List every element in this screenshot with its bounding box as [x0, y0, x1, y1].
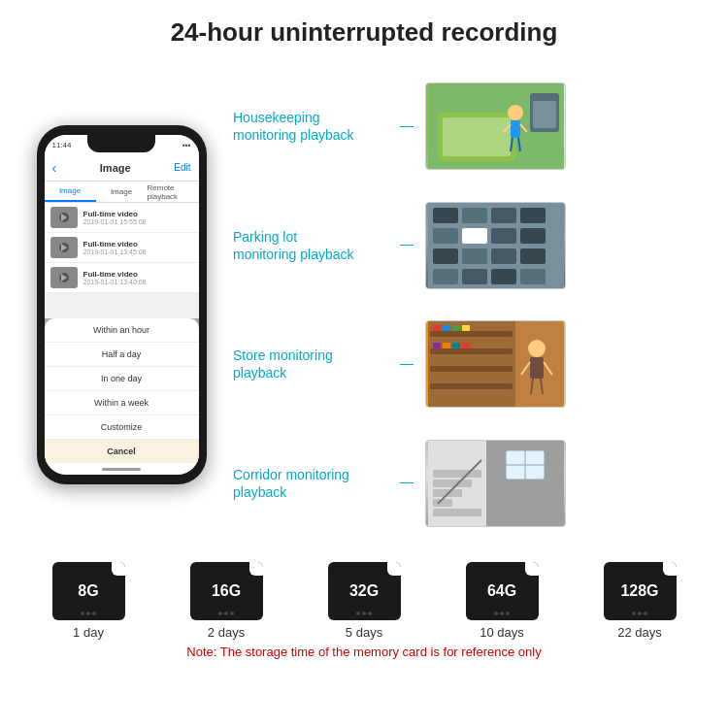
svg-rect-21 [462, 248, 487, 264]
svg-rect-18 [491, 228, 516, 244]
right-section: Housekeepingmonitoring playback [233, 57, 709, 552]
page-title: 24-hour uninterrupted recording [0, 17, 728, 48]
video-item-2[interactable]: Full-time video 2019-01-01 13:45:08 [45, 233, 199, 263]
video-name-1: Full-time video [83, 210, 147, 218]
housekeeping-arrow [565, 120, 566, 132]
sd-dots-128g [632, 612, 647, 615]
video-date-1: 2019-01-01 15:55:08 [83, 218, 147, 225]
video-name-3: Full-time video [83, 270, 147, 279]
dropdown-item-4[interactable]: Within a week [45, 391, 199, 415]
sd-card-64g: 64G [466, 562, 539, 620]
connector-line-2 [400, 245, 414, 246]
sd-notch-64g [525, 562, 539, 576]
connector-line-3 [400, 364, 414, 365]
sd-label-64g: 64G [487, 582, 516, 600]
sd-label-32g: 32G [349, 582, 379, 600]
svg-rect-12 [433, 208, 458, 223]
video-thumb-2 [50, 237, 78, 258]
svg-rect-55 [433, 509, 481, 516]
corridor-arrow [565, 478, 566, 489]
phone-tabs: Image Image Remote playback [45, 182, 199, 203]
svg-rect-23 [520, 248, 546, 264]
memory-card-8g: 8G 1 day [52, 562, 125, 640]
housekeeping-photo-inner [426, 83, 565, 169]
sd-notch-128g [663, 562, 677, 576]
dropdown-item-3[interactable]: In one day [45, 367, 199, 391]
svg-rect-14 [491, 208, 516, 223]
page-header: 24-hour uninterrupted recording [0, 0, 728, 57]
dropdown-item-1[interactable]: Within an hour [45, 318, 199, 343]
dropdown-cancel-button[interactable]: Cancel [45, 440, 199, 463]
parking-photo-inner [426, 203, 565, 288]
svg-point-42 [528, 340, 546, 357]
video-date-2: 2019-01-01 13:45:08 [83, 248, 147, 255]
svg-rect-20 [433, 248, 458, 264]
video-thumb-3 [50, 267, 78, 288]
parking-label: Parking lotmonitoring playback [233, 228, 388, 263]
store-arrow [565, 358, 566, 370]
housekeeping-label: Housekeepingmonitoring playback [233, 109, 388, 144]
svg-rect-4 [511, 120, 520, 138]
sd-notch-8g [112, 562, 125, 576]
dropdown-item-2[interactable]: Half a day [45, 343, 199, 367]
card-days-128g: 22 days [617, 625, 662, 640]
phone-nav-title: Image [100, 162, 131, 174]
svg-rect-2 [443, 117, 511, 156]
svg-rect-25 [462, 269, 487, 284]
svg-rect-51 [433, 470, 481, 478]
card-days-64g: 10 days [480, 625, 524, 640]
video-list: Full-time video 2019-01-01 15:55:08 Full… [45, 203, 199, 293]
monitoring-item-housekeeping: Housekeepingmonitoring playback [233, 83, 709, 170]
sd-card-16g: 16G [190, 562, 263, 620]
svg-rect-38 [433, 343, 441, 348]
phone-mockup: 11:44 ▪▪▪ ‹ Image Edit Image Image Remot… [19, 57, 223, 552]
store-photo-inner [426, 321, 565, 407]
tab-image2[interactable]: Image [96, 182, 148, 202]
parking-arrow [565, 240, 566, 251]
phone-screen: 11:44 ▪▪▪ ‹ Image Edit Image Image Remot… [45, 135, 199, 475]
sd-label-128g: 128G [620, 582, 658, 600]
connector-line-4 [400, 482, 414, 483]
video-item-3[interactable]: Full-time video 2019-01-01 13:40:08 [45, 263, 199, 293]
note-text: Note: The storage time of the memory car… [19, 645, 709, 659]
phone-nav-bar: ‹ Image Edit [45, 154, 199, 182]
svg-rect-41 [462, 343, 470, 348]
svg-rect-16 [433, 228, 458, 244]
svg-rect-27 [520, 269, 546, 284]
svg-rect-19 [520, 228, 546, 244]
svg-rect-39 [443, 343, 450, 348]
svg-rect-36 [452, 325, 460, 331]
video-item-1[interactable]: Full-time video 2019-01-01 15:55:08 [45, 203, 199, 233]
bottom-section: 8G 1 day 16G 2 days 32G [0, 552, 728, 664]
sd-dots-64g [494, 612, 510, 615]
sd-label-8g: 8G [78, 582, 98, 600]
dropdown-item-5[interactable]: Customize [45, 415, 199, 440]
memory-card-32g: 32G 5 days [328, 562, 401, 640]
svg-rect-35 [443, 325, 450, 331]
card-days-32g: 5 days [346, 625, 382, 640]
svg-rect-40 [452, 343, 460, 348]
video-thumb-1 [50, 207, 78, 228]
connector-line-1 [400, 126, 414, 127]
edit-button[interactable]: Edit [174, 162, 190, 173]
memory-card-128g: 128G 22 days [604, 562, 677, 640]
memory-card-16g: 16G 2 days [190, 562, 263, 640]
svg-rect-33 [430, 383, 513, 389]
video-name-2: Full-time video [83, 240, 147, 248]
corridor-label: Corridor monitoringplayback [233, 466, 388, 501]
svg-rect-34 [433, 325, 441, 331]
sd-card-8g: 8G [52, 562, 125, 620]
back-arrow-icon[interactable]: ‹ [52, 160, 57, 176]
dropdown-overlay: Within an hour Half a day In one day Wit… [45, 318, 199, 475]
memory-card-64g: 64G 10 days [466, 562, 539, 640]
svg-rect-31 [430, 348, 513, 354]
video-date-3: 2019-01-01 13:40:08 [83, 279, 147, 285]
card-days-8g: 1 day [73, 625, 104, 640]
memory-cards-row: 8G 1 day 16G 2 days 32G [19, 562, 709, 640]
main-content: 11:44 ▪▪▪ ‹ Image Edit Image Image Remot… [0, 57, 728, 552]
monitoring-item-store: Store monitoringplayback [233, 320, 709, 408]
tab-image[interactable]: Image [45, 182, 96, 202]
tab-remote-playback[interactable]: Remote playback [148, 182, 199, 202]
store-photo [425, 320, 566, 408]
svg-point-3 [508, 105, 523, 120]
